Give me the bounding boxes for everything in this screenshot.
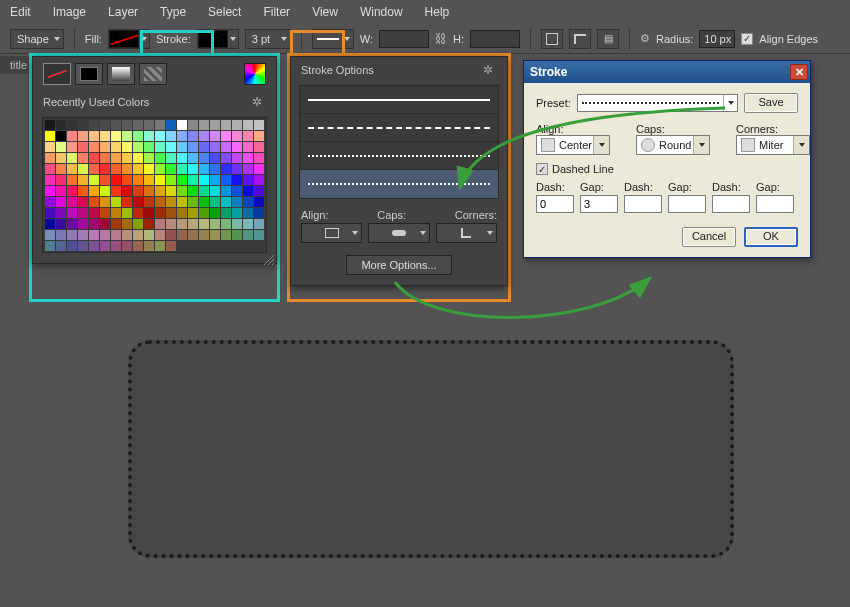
dlg-align-label: Align: — [536, 123, 610, 135]
options-bar: Shape Fill: Stroke: 3 pt W: ⛓ H: ▤ ⚙ Rad… — [0, 24, 850, 54]
h-label: H: — [453, 33, 464, 45]
dlg-caps-select[interactable]: Round — [636, 135, 710, 155]
dlg-caps-label: Caps: — [636, 123, 710, 135]
dashed-line-checkbox[interactable]: ✓ — [536, 163, 548, 175]
menu-window[interactable]: Window — [360, 5, 403, 19]
preset-dropdown[interactable] — [577, 94, 738, 112]
menu-help[interactable]: Help — [425, 5, 450, 19]
stroke-preset-list — [299, 85, 499, 199]
ok-button[interactable]: OK — [744, 227, 798, 247]
color-swatch-grid[interactable] — [42, 117, 267, 253]
width-field[interactable] — [379, 30, 429, 48]
w-label: W: — [360, 33, 373, 45]
dlg-corners-select[interactable]: Miter — [736, 135, 810, 155]
gap2-input[interactable] — [668, 195, 706, 213]
pattern-type[interactable] — [139, 63, 167, 85]
more-options-button[interactable]: More Options... — [346, 255, 451, 275]
radius-field[interactable]: 10 px — [699, 30, 735, 48]
gap2-label: Gap: — [668, 181, 706, 193]
path-combine-icon[interactable] — [541, 29, 563, 49]
menu-filter[interactable]: Filter — [263, 5, 290, 19]
close-icon[interactable]: ✕ — [790, 64, 808, 80]
menu-bar: Edit Image Layer Type Select Filter View… — [0, 0, 850, 24]
stroke-preset-solid[interactable] — [300, 86, 498, 114]
gap1-label: Gap: — [580, 181, 618, 193]
align-edges-checkbox[interactable]: ✓ — [741, 33, 753, 45]
gear-icon[interactable]: ⚙ — [640, 32, 650, 45]
path-align-icon[interactable] — [569, 29, 591, 49]
stroke-preset-dotted1[interactable] — [300, 142, 498, 170]
so-align-combo[interactable] — [301, 223, 362, 243]
align-edges-label: Align Edges — [759, 33, 818, 45]
so-caps-combo[interactable] — [368, 223, 429, 243]
menu-view[interactable]: View — [312, 5, 338, 19]
color-picker-panel: Recently Used Colors ✲ — [32, 56, 277, 264]
menu-image[interactable]: Image — [53, 5, 86, 19]
stroke-options-menu-icon[interactable]: ✲ — [483, 63, 497, 77]
height-field[interactable] — [470, 30, 520, 48]
dash1-label: Dash: — [536, 181, 574, 193]
dash3-label: Dash: — [712, 181, 750, 193]
stroke-dialog: Stroke ✕ Preset: Save Align: Center Caps… — [523, 60, 811, 258]
menu-layer[interactable]: Layer — [108, 5, 138, 19]
dash2-input[interactable] — [624, 195, 662, 213]
stroke-dialog-title: Stroke — [530, 65, 567, 79]
so-align-label: Align: — [301, 209, 329, 221]
panel-menu-icon[interactable]: ✲ — [252, 95, 266, 109]
so-caps-label: Caps: — [377, 209, 406, 221]
stroke-preset-dotted2[interactable] — [300, 170, 498, 198]
dlg-corners-label: Corners: — [736, 123, 810, 135]
link-icon[interactable]: ⛓ — [435, 32, 447, 46]
gap3-label: Gap: — [756, 181, 794, 193]
gap3-input[interactable] — [756, 195, 794, 213]
dashed-line-label: Dashed Line — [552, 163, 614, 175]
menu-type[interactable]: Type — [160, 5, 186, 19]
so-corners-label: Corners: — [455, 209, 497, 221]
path-arrange-icon[interactable]: ▤ — [597, 29, 619, 49]
stroke-preset-dashed[interactable] — [300, 114, 498, 142]
stroke-options-title: Stroke Options — [301, 64, 374, 76]
dash2-label: Dash: — [624, 181, 662, 193]
gradient-type[interactable] — [107, 63, 135, 85]
resize-grip-icon[interactable] — [264, 251, 274, 261]
dash1-input[interactable] — [536, 195, 574, 213]
radius-label: Radius: — [656, 33, 693, 45]
dash3-input[interactable] — [712, 195, 750, 213]
no-color-type[interactable] — [43, 63, 71, 85]
menu-select[interactable]: Select — [208, 5, 241, 19]
stroke-width-combo[interactable]: 3 pt — [245, 29, 291, 49]
gap1-input[interactable] — [580, 195, 618, 213]
color-picker-icon[interactable] — [244, 63, 266, 85]
recent-colors-label: Recently Used Colors — [43, 96, 149, 108]
preset-label: Preset: — [536, 97, 571, 109]
canvas-shape[interactable] — [128, 340, 734, 558]
tool-mode-combo[interactable]: Shape — [10, 29, 64, 49]
menu-edit[interactable]: Edit — [10, 5, 31, 19]
dlg-align-select[interactable]: Center — [536, 135, 610, 155]
solid-color-type[interactable] — [75, 63, 103, 85]
stroke-options-panel: Stroke Options ✲ Align: Caps: Corners: M… — [290, 56, 508, 286]
so-corners-combo[interactable] — [436, 223, 497, 243]
cancel-button[interactable]: Cancel — [682, 227, 736, 247]
fill-label: Fill: — [85, 33, 102, 45]
save-button[interactable]: Save — [744, 93, 798, 113]
